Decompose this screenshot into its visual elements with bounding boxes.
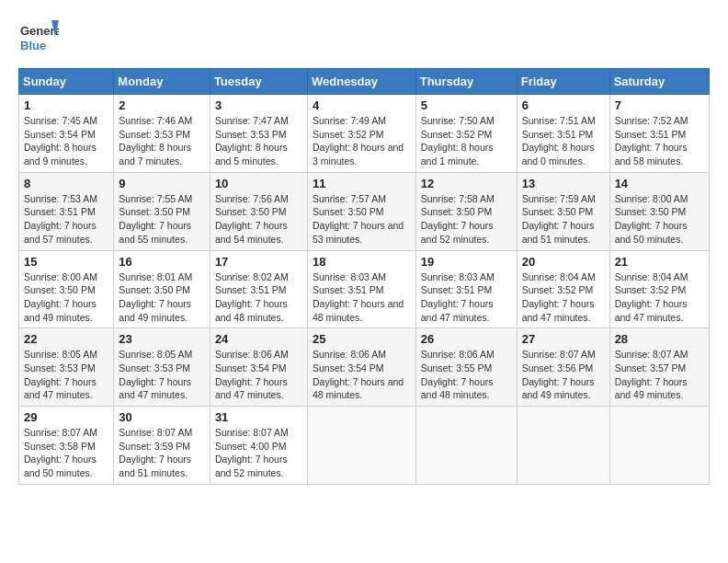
day-number: 28: [615, 332, 704, 346]
calendar-cell: 18 Sunrise: 8:03 AMSunset: 3:51 PMDaylig…: [307, 250, 415, 328]
day-number: 20: [522, 255, 605, 269]
calendar-cell: 29 Sunrise: 8:07 AMSunset: 3:58 PMDaylig…: [19, 407, 114, 485]
day-info: Sunrise: 7:45 AMSunset: 3:54 PMDaylight:…: [24, 115, 97, 167]
day-info: Sunrise: 7:49 AMSunset: 3:52 PMDaylight:…: [313, 115, 404, 167]
day-number: 10: [215, 177, 302, 190]
calendar-cell: 21 Sunrise: 8:04 AMSunset: 3:52 PMDaylig…: [609, 250, 709, 328]
day-info: Sunrise: 8:05 AMSunset: 3:53 PMDaylight:…: [119, 349, 192, 400]
day-number: 25: [313, 332, 411, 346]
day-info: Sunrise: 7:57 AMSunset: 3:50 PMDaylight:…: [313, 193, 404, 245]
day-number: 22: [24, 332, 108, 346]
svg-text:Blue: Blue: [20, 39, 46, 52]
day-info: Sunrise: 7:56 AMSunset: 3:50 PMDaylight:…: [215, 193, 289, 245]
calendar-cell: 31 Sunrise: 8:07 AMSunset: 4:00 PMDaylig…: [210, 407, 307, 485]
day-info: Sunrise: 8:02 AMSunset: 3:51 PMDaylight:…: [215, 271, 289, 323]
day-info: Sunrise: 8:07 AMSunset: 4:00 PMDaylight:…: [215, 427, 289, 478]
calendar-cell: 27 Sunrise: 8:07 AMSunset: 3:56 PMDaylig…: [517, 328, 609, 407]
weekday-header: Wednesday: [307, 69, 415, 95]
calendar-cell: 1 Sunrise: 7:45 AMSunset: 3:54 PMDayligh…: [19, 95, 114, 173]
calendar-week-row: 8 Sunrise: 7:53 AMSunset: 3:51 PMDayligh…: [19, 172, 710, 250]
calendar-cell: 5 Sunrise: 7:50 AMSunset: 3:52 PMDayligh…: [415, 95, 517, 173]
calendar-cell: 28 Sunrise: 8:07 AMSunset: 3:57 PMDaylig…: [609, 328, 709, 407]
day-info: Sunrise: 7:51 AMSunset: 3:51 PMDaylight:…: [522, 115, 596, 167]
day-info: Sunrise: 7:50 AMSunset: 3:52 PMDaylight:…: [421, 115, 495, 167]
calendar-table: SundayMondayTuesdayWednesdayThursdayFrid…: [18, 68, 710, 485]
day-number: 11: [313, 177, 411, 190]
day-info: Sunrise: 8:03 AMSunset: 3:51 PMDaylight:…: [421, 271, 495, 323]
weekday-header: Sunday: [19, 69, 114, 95]
day-number: 2: [119, 98, 205, 112]
day-info: Sunrise: 8:05 AMSunset: 3:53 PMDaylight:…: [24, 349, 97, 400]
calendar-cell: 14 Sunrise: 8:00 AMSunset: 3:50 PMDaylig…: [609, 172, 709, 250]
day-number: 7: [615, 98, 704, 112]
calendar-cell: 23 Sunrise: 8:05 AMSunset: 3:53 PMDaylig…: [114, 328, 210, 407]
day-info: Sunrise: 8:01 AMSunset: 3:50 PMDaylight:…: [119, 271, 192, 323]
calendar-cell: 25 Sunrise: 8:06 AMSunset: 3:54 PMDaylig…: [307, 328, 415, 407]
day-number: 24: [215, 332, 302, 346]
day-number: 18: [313, 255, 411, 269]
calendar-cell: 22 Sunrise: 8:05 AMSunset: 3:53 PMDaylig…: [19, 328, 114, 407]
weekday-header: Friday: [517, 69, 609, 95]
calendar-cell: 8 Sunrise: 7:53 AMSunset: 3:51 PMDayligh…: [19, 172, 114, 250]
calendar-cell: 30 Sunrise: 8:07 AMSunset: 3:59 PMDaylig…: [114, 407, 210, 485]
calendar-cell: 24 Sunrise: 8:06 AMSunset: 3:54 PMDaylig…: [210, 328, 307, 407]
day-number: 15: [24, 255, 108, 269]
calendar-week-row: 15 Sunrise: 8:00 AMSunset: 3:50 PMDaylig…: [19, 250, 710, 328]
logo-icon: General Blue: [18, 18, 59, 59]
day-number: 12: [421, 177, 512, 190]
day-info: Sunrise: 7:52 AMSunset: 3:51 PMDaylight:…: [615, 115, 688, 167]
day-number: 23: [119, 332, 205, 346]
day-info: Sunrise: 8:06 AMSunset: 3:55 PMDaylight:…: [421, 349, 495, 400]
day-info: Sunrise: 7:59 AMSunset: 3:50 PMDaylight:…: [522, 193, 596, 245]
day-info: Sunrise: 7:58 AMSunset: 3:50 PMDaylight:…: [421, 193, 495, 245]
calendar-cell: 15 Sunrise: 8:00 AMSunset: 3:50 PMDaylig…: [19, 250, 114, 328]
calendar-cell: [609, 407, 709, 485]
calendar-cell: 16 Sunrise: 8:01 AMSunset: 3:50 PMDaylig…: [114, 250, 210, 328]
day-info: Sunrise: 8:04 AMSunset: 3:52 PMDaylight:…: [522, 271, 596, 323]
day-number: 9: [119, 177, 205, 190]
weekday-header: Saturday: [609, 69, 709, 95]
day-number: 30: [119, 410, 205, 424]
calendar-cell: 19 Sunrise: 8:03 AMSunset: 3:51 PMDaylig…: [415, 250, 517, 328]
calendar-week-row: 22 Sunrise: 8:05 AMSunset: 3:53 PMDaylig…: [19, 328, 710, 407]
calendar-cell: [307, 407, 415, 485]
day-number: 13: [522, 177, 605, 190]
calendar-cell: 11 Sunrise: 7:57 AMSunset: 3:50 PMDaylig…: [307, 172, 415, 250]
day-number: 3: [215, 98, 302, 112]
calendar-cell: 13 Sunrise: 7:59 AMSunset: 3:50 PMDaylig…: [517, 172, 609, 250]
weekday-header: Thursday: [415, 69, 517, 95]
calendar-cell: 12 Sunrise: 7:58 AMSunset: 3:50 PMDaylig…: [415, 172, 517, 250]
day-number: 14: [615, 177, 704, 190]
calendar-cell: 10 Sunrise: 7:56 AMSunset: 3:50 PMDaylig…: [210, 172, 307, 250]
day-number: 26: [421, 332, 512, 346]
day-info: Sunrise: 8:00 AMSunset: 3:50 PMDaylight:…: [24, 271, 97, 323]
calendar-cell: 26 Sunrise: 8:06 AMSunset: 3:55 PMDaylig…: [415, 328, 517, 407]
day-info: Sunrise: 8:06 AMSunset: 3:54 PMDaylight:…: [215, 349, 289, 400]
calendar-cell: [517, 407, 609, 485]
calendar-cell: 2 Sunrise: 7:46 AMSunset: 3:53 PMDayligh…: [114, 95, 210, 173]
header: General Blue: [18, 18, 710, 59]
day-info: Sunrise: 8:07 AMSunset: 3:58 PMDaylight:…: [24, 427, 97, 478]
day-number: 31: [215, 410, 302, 424]
day-info: Sunrise: 8:04 AMSunset: 3:52 PMDaylight:…: [615, 271, 688, 323]
day-number: 29: [24, 410, 108, 424]
day-info: Sunrise: 8:07 AMSunset: 3:59 PMDaylight:…: [119, 427, 192, 478]
calendar-cell: 3 Sunrise: 7:47 AMSunset: 3:53 PMDayligh…: [210, 95, 307, 173]
day-info: Sunrise: 8:03 AMSunset: 3:51 PMDaylight:…: [313, 271, 404, 323]
day-number: 21: [615, 255, 704, 269]
day-info: Sunrise: 8:07 AMSunset: 3:57 PMDaylight:…: [615, 349, 688, 400]
calendar-cell: 20 Sunrise: 8:04 AMSunset: 3:52 PMDaylig…: [517, 250, 609, 328]
day-info: Sunrise: 7:47 AMSunset: 3:53 PMDaylight:…: [215, 115, 289, 167]
weekday-header-row: SundayMondayTuesdayWednesdayThursdayFrid…: [19, 69, 710, 95]
logo: General Blue: [18, 18, 59, 59]
day-number: 4: [313, 98, 411, 112]
day-number: 6: [522, 98, 605, 112]
day-info: Sunrise: 7:55 AMSunset: 3:50 PMDaylight:…: [119, 193, 192, 245]
day-number: 1: [24, 98, 108, 112]
day-info: Sunrise: 8:06 AMSunset: 3:54 PMDaylight:…: [313, 349, 404, 400]
weekday-header: Monday: [114, 69, 210, 95]
calendar-cell: 17 Sunrise: 8:02 AMSunset: 3:51 PMDaylig…: [210, 250, 307, 328]
calendar-cell: [415, 407, 517, 485]
day-number: 16: [119, 255, 205, 269]
day-info: Sunrise: 7:46 AMSunset: 3:53 PMDaylight:…: [119, 115, 192, 167]
